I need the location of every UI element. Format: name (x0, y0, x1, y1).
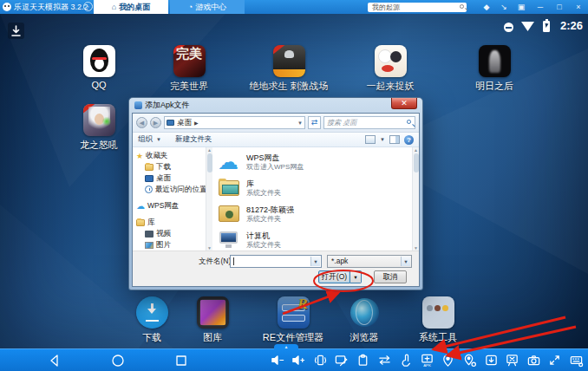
perfect-world-icon: 完美 (173, 45, 206, 77)
open-dropdown-icon[interactable]: ▼ (350, 270, 362, 283)
filetype-value: *.apk (331, 257, 348, 265)
boss-key-button[interactable]: ▣ (513, 0, 529, 14)
file-item-user[interactable]: 81272-陈颖强系统文件夹 (218, 201, 412, 227)
keyboard-settings-icon[interactable] (569, 353, 584, 368)
file-item-computer[interactable]: 计算机系统文件夹 (218, 227, 412, 251)
address-bar: ◀ ▶ 桌面 ▶ ▼ ⇄ 搜索 桌面 (133, 114, 419, 133)
dialog-search-input[interactable]: 搜索 桌面 (323, 116, 415, 129)
clipboard-icon[interactable] (356, 353, 370, 368)
file-item-wps[interactable]: ☁ WPS网盘双击进入WPS网盘 (218, 149, 412, 175)
tab-game-center[interactable]: ◔游戏中心 (170, 0, 245, 14)
home-nav-icon[interactable] (111, 354, 125, 368)
scroll-up-icon[interactable]: ▲ (414, 147, 418, 153)
svg-text:APK: APK (423, 363, 431, 368)
organize-dropdown-icon[interactable]: ▼ (156, 137, 161, 142)
screenshot-edit-icon[interactable] (334, 353, 349, 368)
game-search-input[interactable]: 我的起源 (368, 3, 467, 12)
preview-pane-button[interactable] (389, 135, 400, 144)
dialog-sidebar: ★收藏夹 下载 桌面 最近访问的位置 ☁WPS网盘 库 视频 图片 (133, 147, 206, 251)
app-install-icon[interactable] (484, 353, 499, 368)
pin-button[interactable]: ◆ (479, 0, 494, 14)
user-folder-icon (219, 205, 239, 222)
cancel-button[interactable]: 取消 (374, 270, 407, 283)
app-label: 一起来捉妖 (343, 80, 438, 93)
add-apk-dialog: 添加Apk文件 ✕ ◀ ▶ 桌面 ▶ ▼ ⇄ 搜索 桌面 组织 (128, 97, 423, 290)
views-button[interactable] (365, 135, 376, 144)
camera-icon[interactable] (526, 353, 541, 368)
system-tools-icon (422, 296, 454, 329)
address-dropdown-icon[interactable]: ▼ (297, 120, 303, 126)
libraries-folder-icon (219, 180, 239, 196)
sidebar-scrollbar[interactable]: ▲▼ (206, 147, 212, 251)
shake-icon[interactable] (313, 353, 328, 368)
sidebar-item-recent[interactable]: 最近访问的位置 (136, 184, 206, 195)
sidebar-item-favorites[interactable]: ★收藏夹 (136, 150, 206, 161)
filetype-select[interactable]: *.apk ▼ (327, 255, 412, 268)
tab-my-desktop-label: 我的桌面 (119, 3, 150, 11)
sidebar-item-downloads[interactable]: 下载 (136, 161, 206, 172)
forward-button[interactable]: ▶ (150, 117, 161, 128)
breadcrumb[interactable]: 桌面 ▶ ▼ (164, 116, 305, 129)
dialog-close-button[interactable]: ✕ (391, 98, 417, 109)
taskbar-handle[interactable]: ▲ (274, 344, 298, 349)
back-button[interactable]: ◀ (136, 117, 147, 128)
app-zhuoyao[interactable]: 一起来捉妖 (343, 45, 438, 93)
filename-dropdown-icon[interactable]: ▼ (310, 257, 320, 266)
dragon-roar-icon (83, 104, 115, 136)
filename-input[interactable]: ▼ (230, 255, 322, 268)
app-logo-icon (3, 3, 11, 11)
game-icon: ◔ (188, 0, 193, 14)
apk-install-icon[interactable]: APK (420, 353, 434, 368)
recents-nav-icon[interactable] (174, 354, 188, 368)
close-ads-icon[interactable] (505, 353, 519, 368)
app-system-tools[interactable]: 系统工具 (390, 296, 486, 344)
locate-settings-icon[interactable] (462, 353, 477, 368)
tab-game-center-label: 游戏中心 (195, 3, 226, 11)
volume-up-icon[interactable] (291, 353, 306, 368)
scroll-up-icon[interactable]: ▲ (207, 147, 212, 153)
search-icon[interactable] (460, 4, 464, 9)
open-button[interactable]: 打开(O) (318, 270, 350, 283)
breadcrumb-location[interactable]: 桌面 (177, 118, 192, 128)
search-icon (407, 120, 411, 124)
minimize-button[interactable]: ─ (532, 0, 548, 14)
filetype-dropdown-icon[interactable]: ▼ (401, 257, 410, 266)
refresh-button[interactable]: ⇄ (308, 116, 321, 129)
close-button[interactable]: × (571, 0, 586, 14)
sidebar-item-desktop[interactable]: 桌面 (136, 172, 206, 184)
sidebar-item-videos[interactable]: 视频 (136, 228, 206, 239)
app-perfect-world[interactable]: 完美 完美世界 (141, 45, 237, 93)
breadcrumb-chevron-icon[interactable]: ▶ (194, 120, 199, 126)
views-dropdown-icon[interactable]: ▼ (380, 137, 385, 142)
download-icon (136, 296, 168, 329)
swap-icon[interactable] (377, 353, 392, 368)
battery-icon (543, 21, 550, 32)
organize-menu[interactable]: 组织 (138, 134, 153, 145)
download-shortcut-icon[interactable] (8, 23, 24, 39)
list-scrollbar[interactable]: ▲▼ (412, 147, 419, 251)
picture-icon (145, 242, 154, 249)
sidebar-item-pictures[interactable]: 图片 (136, 239, 206, 251)
cloud-icon: ☁ (218, 150, 238, 173)
app-qq[interactable]: QQ (51, 45, 147, 90)
app-label: 明日之后 (447, 80, 542, 93)
new-folder-button[interactable]: 新建文件夹 (175, 134, 212, 145)
back-nav-icon[interactable] (48, 354, 62, 368)
help-button[interactable]: ? (404, 135, 414, 145)
tab-my-desktop[interactable]: ⌂我的桌面 (94, 0, 168, 14)
app-pubg[interactable]: 绝地求生 刺激战场 (241, 45, 336, 93)
gesture-icon[interactable] (398, 353, 413, 368)
user-avatar-icon[interactable]: ◦ (83, 2, 93, 11)
volume-down-icon[interactable] (271, 353, 285, 368)
sidebar-item-wps-cloud[interactable]: ☁WPS网盘 (136, 200, 206, 212)
fullscreen-icon[interactable] (547, 353, 562, 368)
dialog-icon (134, 101, 142, 109)
minimize-to-tray-button[interactable]: ↘ (496, 0, 512, 14)
maximize-button[interactable]: □ (552, 0, 567, 14)
folder-icon (145, 164, 154, 171)
sidebar-item-libraries[interactable]: 库 (136, 217, 206, 228)
locate-person-icon[interactable] (441, 353, 455, 368)
browser-icon (349, 296, 381, 329)
app-life-after[interactable]: 明日之后 (447, 45, 542, 93)
file-item-libraries[interactable]: 库系统文件夹 (218, 175, 412, 201)
